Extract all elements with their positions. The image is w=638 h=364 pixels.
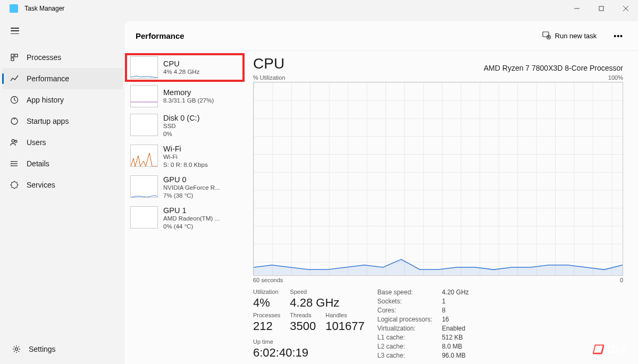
titlebar: Task Manager xyxy=(0,0,638,17)
perf-item-sub: NVIDIA GeForce R... xyxy=(163,184,220,192)
history-icon xyxy=(10,95,19,105)
perf-item-sub: SSD xyxy=(163,122,199,130)
svg-point-15 xyxy=(11,161,12,162)
spec-cores-key: Cores: xyxy=(377,307,432,315)
spec-sockets-key: Sockets: xyxy=(377,298,432,306)
stat-speed-value: 4.28 GHz xyxy=(290,296,364,310)
spec-l2-key: L2 cache: xyxy=(377,343,432,351)
spec-basespeed-val: 4.20 GHz xyxy=(442,289,469,297)
memory-thumb xyxy=(130,85,158,107)
main-header: Performance Run new task ••• xyxy=(125,21,638,51)
gpu0-thumb xyxy=(130,175,158,198)
svg-point-10 xyxy=(12,140,14,142)
perf-item-name: Disk 0 (C:) xyxy=(163,114,199,122)
stat-speed-label: Speed xyxy=(290,289,364,295)
perf-item-sub: 8.3/31.1 GB (27%) xyxy=(163,97,214,105)
nav-label: Processes xyxy=(27,53,61,62)
perf-item-disk[interactable]: Disk 0 (C:) SSD 0% xyxy=(125,111,245,141)
svg-rect-19 xyxy=(543,32,549,37)
spec-virt-key: Virtualization: xyxy=(377,325,432,333)
gear-icon xyxy=(12,344,21,354)
maximize-button[interactable] xyxy=(589,0,614,17)
spec-l1-key: L1 cache: xyxy=(377,334,432,342)
perf-item-name: Wi-Fi xyxy=(163,145,208,153)
page-title: Performance xyxy=(136,31,184,40)
processor-name: AMD Ryzen 7 7800X3D 8-Core Processor xyxy=(484,64,623,72)
sidebar: Processes Performance App history Startu… xyxy=(0,17,125,364)
chart-label-bottom-left: 60 seconds xyxy=(253,277,283,283)
perf-item-gpu1[interactable]: GPU 1 AMD Radeon(TM) ... 0% (44 °C) xyxy=(125,203,245,234)
perf-item-name: GPU 1 xyxy=(163,206,220,215)
nav-users[interactable]: Users xyxy=(2,132,123,153)
nav-performance[interactable]: Performance xyxy=(2,68,123,89)
cpu-panel: CPU AMD Ryzen 7 7800X3D 8-Core Processor… xyxy=(245,51,638,364)
close-button[interactable] xyxy=(614,0,638,17)
svg-rect-5 xyxy=(15,54,18,57)
perf-item-name: CPU xyxy=(163,60,199,68)
perf-item-gpu0[interactable]: GPU 0 NVIDIA GeForce R... 7% (38 °C) xyxy=(125,172,245,203)
stat-handles-value: 101677 xyxy=(325,319,364,333)
spec-logical-key: Logical processors: xyxy=(377,316,432,324)
nav-details[interactable]: Details xyxy=(2,153,123,174)
nav-services[interactable]: Services xyxy=(2,174,123,196)
cpu-thumb xyxy=(130,56,158,79)
perf-item-sub2: 0% (44 °C) xyxy=(163,223,220,231)
more-options-button[interactable]: ••• xyxy=(609,28,627,45)
users-icon xyxy=(10,138,19,147)
cpu-specs-table: Base speed:4.20 GHz Sockets:1 Cores:8 Lo… xyxy=(377,289,469,360)
disk-thumb xyxy=(130,114,158,136)
nav-processes[interactable]: Processes xyxy=(2,47,123,68)
nav-label: Performance xyxy=(27,74,69,83)
perf-item-wifi[interactable]: Wi-Fi Wi-Fi S: 0 R: 8.0 Kbps xyxy=(125,141,245,172)
svg-rect-6 xyxy=(11,58,14,61)
perf-item-name: Memory xyxy=(163,88,214,97)
nav-settings[interactable]: Settings xyxy=(4,338,125,360)
window-title: Task Manager xyxy=(24,5,64,12)
run-task-label: Run new task xyxy=(555,32,597,40)
stat-processes-value: 212 xyxy=(253,319,280,333)
spec-l3-val: 96.0 MB xyxy=(442,352,469,360)
perf-item-cpu[interactable]: CPU 4% 4.28 GHz xyxy=(125,53,245,82)
svg-point-17 xyxy=(11,165,12,166)
performance-icon xyxy=(10,74,19,83)
spec-logical-val: 16 xyxy=(442,316,469,324)
hamburger-button[interactable] xyxy=(4,21,26,40)
nav-label: App history xyxy=(27,96,64,104)
stat-threads-label: Threads xyxy=(290,312,316,318)
svg-point-9 xyxy=(14,118,15,120)
spec-sockets-val: 1 xyxy=(442,298,469,306)
nav-app-history[interactable]: App history xyxy=(2,89,123,111)
chart-label-top-left: % Utilization xyxy=(253,74,286,81)
wifi-thumb xyxy=(130,145,158,167)
watermark: ❑XDA xyxy=(592,343,628,357)
stat-utilization-value: 4% xyxy=(253,296,280,310)
perf-item-sub: 4% 4.28 GHz xyxy=(163,68,199,76)
svg-point-16 xyxy=(11,163,12,164)
gpu1-thumb xyxy=(130,206,158,228)
panel-title: CPU xyxy=(253,55,284,72)
processes-icon xyxy=(10,53,19,62)
stat-threads-value: 3500 xyxy=(290,319,316,333)
svg-rect-1 xyxy=(599,6,603,11)
app-icon xyxy=(10,4,18,13)
run-new-task-button[interactable]: Run new task xyxy=(536,28,603,44)
perf-item-memory[interactable]: Memory 8.3/31.1 GB (27%) xyxy=(125,82,245,111)
perf-item-sub: AMD Radeon(TM) ... xyxy=(163,215,220,223)
spec-basespeed-key: Base speed: xyxy=(377,289,432,297)
stat-uptime-value: 6:02:40:19 xyxy=(253,346,365,360)
perf-item-sub: Wi-Fi xyxy=(163,153,208,161)
perf-item-sub2: 0% xyxy=(163,130,199,138)
nav-startup-apps[interactable]: Startup apps xyxy=(2,111,123,132)
spec-virt-val: Enabled xyxy=(442,325,469,333)
spec-l2-val: 8.0 MB xyxy=(442,343,469,351)
run-task-icon xyxy=(542,31,551,41)
svg-point-11 xyxy=(15,140,17,142)
svg-rect-4 xyxy=(11,54,14,57)
performance-list: CPU 4% 4.28 GHz Memory 8.3/31.1 GB (27%)… xyxy=(125,51,245,364)
chart-label-bottom-right: 0 xyxy=(620,277,623,283)
spec-l1-val: 512 KB xyxy=(442,334,469,342)
details-icon xyxy=(10,159,19,168)
nav-label: Details xyxy=(27,159,49,168)
minimize-button[interactable] xyxy=(565,0,589,17)
nav-label: Settings xyxy=(29,345,56,353)
